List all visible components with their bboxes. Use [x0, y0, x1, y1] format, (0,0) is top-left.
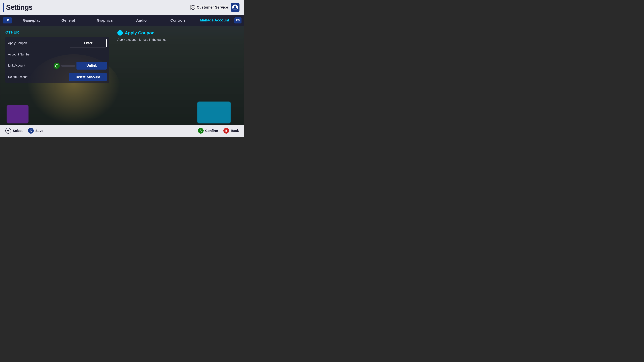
customer-service-icon: ≡ [191, 5, 196, 10]
tab-graphics[interactable]: Graphics [86, 15, 123, 26]
delete-account-button[interactable]: Delete Account [69, 73, 107, 81]
customer-service-button[interactable]: ≡ Customer Service [190, 5, 228, 10]
toolbar-left: + Select X Save [5, 128, 43, 134]
header-accent-bar [3, 3, 4, 12]
nav-tabs: LB Gameplay General Graphics Audio Contr… [0, 15, 244, 26]
header: Settings ≡ Customer Service [0, 0, 244, 15]
tab-general-label: General [62, 18, 75, 23]
toolbar-right: A Confirm B Back [198, 128, 239, 134]
confirm-btn[interactable]: A Confirm [198, 128, 218, 134]
bottom-toolbar: + Select X Save A Confirm B Back [0, 125, 244, 137]
link-account-value: ◯ Unlink [54, 62, 107, 69]
info-icon: i [118, 30, 123, 35]
xbox-linked-display [62, 65, 75, 67]
tab-graphics-label: Graphics [97, 18, 113, 23]
xbox-icon: ◯ [54, 63, 60, 69]
select-btn[interactable]: + Select [5, 128, 23, 134]
header-title-area: Settings [3, 3, 32, 12]
page-title: Settings [6, 3, 32, 11]
select-icon: + [5, 128, 11, 134]
lb-button[interactable]: LB [3, 17, 12, 23]
info-title-area: i Apply Coupon [118, 30, 239, 35]
b-icon: B [224, 128, 229, 134]
apply-coupon-row: Apply Coupon Enter [5, 37, 109, 49]
tab-general[interactable]: General [50, 15, 86, 26]
header-right: ≡ Customer Service [190, 3, 240, 12]
avatar-icon [232, 4, 238, 10]
apply-coupon-value: Enter [70, 39, 107, 47]
tab-audio[interactable]: Audio [123, 15, 160, 26]
account-number-row: Account Number [5, 49, 109, 60]
section-title: Other [5, 30, 109, 34]
avatar [231, 3, 240, 12]
confirm-label: Confirm [205, 129, 218, 133]
tab-controls-label: Controls [170, 18, 186, 23]
link-account-row: Link Account ◯ Unlink [5, 60, 109, 71]
main-content: Other Apply Coupon Enter Account Number … [0, 26, 244, 125]
tab-manage-account[interactable]: Manage Account [196, 15, 233, 26]
rb-button[interactable]: RB [234, 17, 242, 23]
delete-account-value: Delete Account [69, 73, 107, 81]
info-title: Apply Coupon [125, 30, 155, 35]
tab-gameplay[interactable]: Gameplay [14, 15, 50, 26]
unlink-button[interactable]: Unlink [76, 62, 107, 69]
delete-account-row: Delete Account Delete Account [5, 71, 109, 83]
left-panel: Other Apply Coupon Enter Account Number … [5, 30, 109, 121]
tab-controls[interactable]: Controls [160, 15, 196, 26]
customer-service-label: Customer Service [197, 5, 228, 9]
tab-audio-label: Audio [136, 18, 146, 23]
select-label: Select [13, 129, 23, 133]
account-number-label: Account Number [8, 53, 107, 56]
link-account-label: Link Account [8, 64, 54, 67]
settings-table: Apply Coupon Enter Account Number Link A… [5, 37, 109, 83]
a-icon: A [198, 128, 204, 134]
back-btn[interactable]: B Back [224, 128, 239, 134]
save-btn[interactable]: X Save [28, 128, 43, 134]
x-icon: X [28, 128, 34, 134]
info-description: Apply a coupon for use in the game. [118, 37, 239, 42]
enter-button[interactable]: Enter [70, 39, 107, 47]
apply-coupon-label: Apply Coupon [8, 41, 70, 45]
tab-gameplay-label: Gameplay [23, 18, 40, 23]
back-label: Back [231, 129, 239, 133]
delete-account-label: Delete Account [8, 75, 69, 79]
tab-manage-account-label: Manage Account [200, 18, 229, 22]
right-panel: i Apply Coupon Apply a coupon for use in… [109, 30, 239, 121]
save-label: Save [36, 129, 43, 133]
